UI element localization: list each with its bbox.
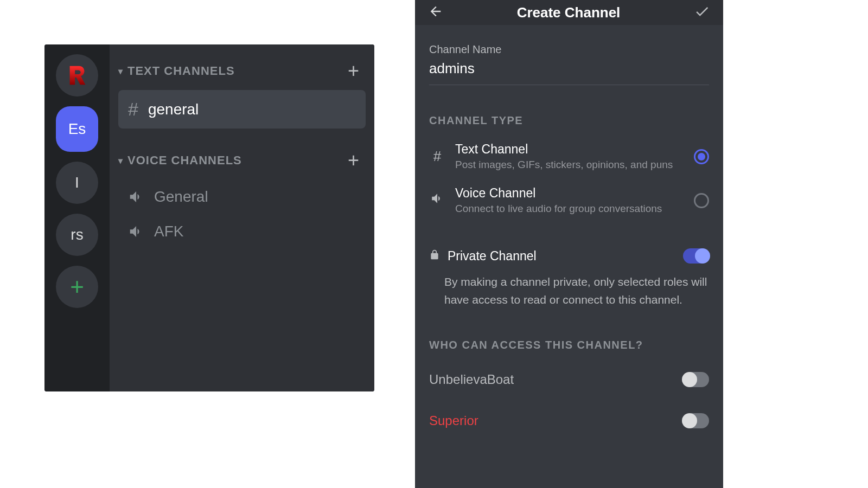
create-channel-panel: Create Channel Channel Name CHANNEL TYPE… xyxy=(415,0,723,488)
channel-label: General xyxy=(154,188,208,206)
type-desc: Post images, GIFs, stickers, opinions, a… xyxy=(455,159,684,171)
check-icon xyxy=(694,3,710,20)
lock-icon xyxy=(429,249,440,262)
server-sidebar-panel: Es I rs + ▾ TEXT CHANNELS + # general ▾ … xyxy=(44,44,374,391)
voice-channel-general[interactable]: General xyxy=(118,179,366,214)
text-channels-label: TEXT CHANNELS xyxy=(127,64,235,78)
voice-channels-category: ▾ VOICE CHANNELS + xyxy=(118,142,366,179)
back-button[interactable] xyxy=(428,4,443,21)
access-toggle-superior[interactable] xyxy=(683,413,709,428)
hash-icon: # xyxy=(128,99,138,120)
server-icon-rs[interactable]: rs xyxy=(56,214,98,256)
voice-channels-label: VOICE CHANNELS xyxy=(127,153,242,168)
access-row-unbelievaboat: UnbelievaBoat xyxy=(415,359,723,400)
text-channels-toggle[interactable]: ▾ TEXT CHANNELS xyxy=(118,64,235,78)
add-voice-channel-button[interactable]: + xyxy=(348,149,362,172)
type-title: Text Channel xyxy=(455,142,684,157)
role-name: UnbelievaBoat xyxy=(429,372,514,387)
type-title: Voice Channel xyxy=(455,186,684,201)
speaker-icon xyxy=(128,189,144,205)
channel-label: general xyxy=(148,101,199,118)
channel-type-label: CHANNEL TYPE xyxy=(415,91,723,134)
chevron-down-icon: ▾ xyxy=(118,156,123,166)
create-channel-body: Channel Name CHANNEL TYPE # Text Channel… xyxy=(415,25,723,441)
server-rail: Es I rs + xyxy=(44,44,110,391)
access-row-superior: Superior xyxy=(415,400,723,441)
create-channel-header: Create Channel xyxy=(415,0,723,25)
radio-text[interactable] xyxy=(694,149,709,164)
voice-channels-toggle[interactable]: ▾ VOICE CHANNELS xyxy=(118,153,242,168)
role-name: Superior xyxy=(429,413,478,428)
type-text-channel[interactable]: # Text Channel Post images, GIFs, sticke… xyxy=(415,134,723,178)
access-toggle-unbelievaboat[interactable] xyxy=(683,372,709,387)
channel-label: AFK xyxy=(154,223,183,240)
text-channels-category: ▾ TEXT CHANNELS + xyxy=(118,52,366,90)
channel-name-input[interactable] xyxy=(429,59,709,85)
access-label: WHO CAN ACCESS THIS CHANNEL? xyxy=(415,324,723,359)
server-icon-es[interactable]: Es xyxy=(56,106,98,152)
private-channel-desc: By making a channel private, only select… xyxy=(415,269,723,324)
type-desc: Connect to live audio for group conversa… xyxy=(455,203,684,215)
private-toggle[interactable] xyxy=(683,248,709,264)
hash-icon: # xyxy=(429,148,445,165)
channel-name-field: Channel Name xyxy=(415,25,723,91)
server-icon-i[interactable]: I xyxy=(56,162,98,204)
channel-name-label: Channel Name xyxy=(429,43,709,56)
radio-voice[interactable] xyxy=(694,193,709,208)
arrow-left-icon xyxy=(428,4,443,19)
r-logo-icon xyxy=(65,63,90,88)
type-voice-channel[interactable]: Voice Channel Connect to live audio for … xyxy=(415,178,723,222)
channel-list: ▾ TEXT CHANNELS + # general ▾ VOICE CHAN… xyxy=(110,44,374,391)
server-icon-r[interactable] xyxy=(56,54,98,97)
speaker-icon xyxy=(128,223,144,240)
chevron-down-icon: ▾ xyxy=(118,66,123,76)
channel-general[interactable]: # general xyxy=(118,90,366,129)
add-server-button[interactable]: + xyxy=(56,266,98,308)
private-channel-title: Private Channel xyxy=(448,249,675,264)
voice-channel-afk[interactable]: AFK xyxy=(118,214,366,249)
private-channel-row: Private Channel xyxy=(415,236,723,269)
page-title: Create Channel xyxy=(443,4,694,21)
speaker-icon xyxy=(429,191,445,209)
add-text-channel-button[interactable]: + xyxy=(348,60,362,82)
confirm-button[interactable] xyxy=(694,3,710,22)
